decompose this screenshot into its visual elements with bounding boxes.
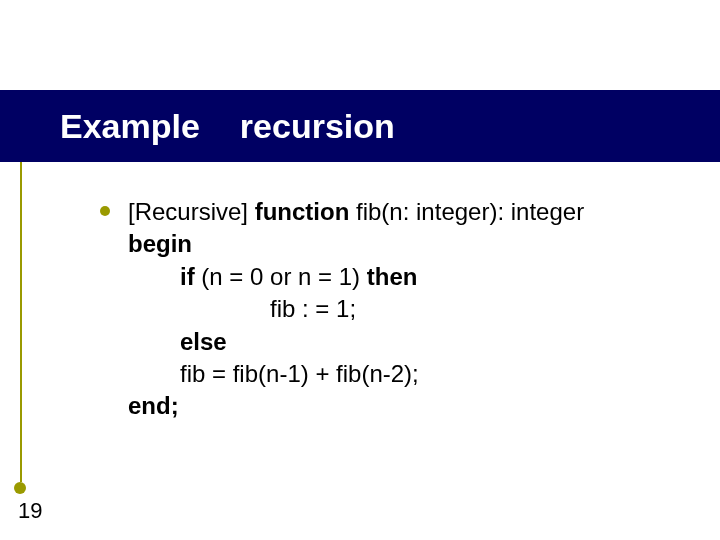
title-word1: Example [60, 107, 200, 146]
page-number: 19 [18, 498, 42, 524]
accent-line [20, 162, 22, 482]
code-line-begin: begin [128, 228, 660, 260]
signature-rest: fib(n: integer): integer [349, 198, 584, 225]
recursive-tag: [Recursive] [128, 198, 255, 225]
code-line-if: if (n = 0 or n = 1) then [180, 261, 660, 293]
kw-function: function [255, 198, 350, 225]
code-line-recursive: fib = fib(n-1) + fib(n-2); [180, 358, 660, 390]
code-line-signature: [Recursive] function fib(n: integer): in… [128, 196, 584, 228]
accent-dot-icon [14, 482, 26, 494]
title-band: Example recursion [0, 90, 720, 162]
slide-body: [Recursive] function fib(n: integer): in… [100, 196, 660, 423]
bullet-row: [Recursive] function fib(n: integer): in… [100, 196, 660, 228]
slide: Example recursion [Recursive] function f… [0, 0, 720, 540]
kw-if: if [180, 263, 195, 290]
if-condition: (n = 0 or n = 1) [195, 263, 367, 290]
code-line-else: else [180, 326, 660, 358]
code-line-assign: fib : = 1; [270, 293, 660, 325]
code-line-end: end; [128, 390, 660, 422]
bullet-icon [100, 206, 110, 216]
kw-then: then [367, 263, 418, 290]
title-word2: recursion [240, 107, 395, 146]
